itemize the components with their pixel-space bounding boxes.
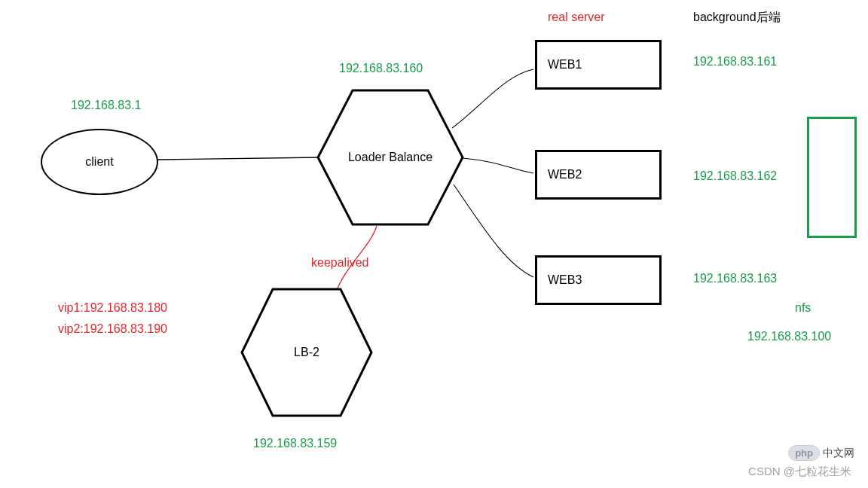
lb-label: Loader Balance (348, 151, 432, 164)
lb2-label: LB-2 (294, 346, 319, 359)
csdn-watermark: CSDN @七粒花生米 (748, 465, 851, 479)
real-server-header: real server (548, 11, 605, 24)
lb-node: Loader Balance (315, 87, 466, 227)
background-header: background后端 (693, 10, 781, 26)
web3-ip: 192.168.83.163 (693, 272, 777, 285)
vip1-label: vip1:192.168.83.180 (58, 301, 167, 315)
web2-ip: 192.168.83.162 (693, 169, 777, 183)
php-cn-text: 中文网 (823, 447, 854, 460)
web3-label: WEB3 (548, 273, 582, 287)
web3-node: WEB3 (535, 255, 662, 305)
client-node: client (41, 129, 158, 195)
vip2-label: vip2:192.168.83.190 (58, 322, 167, 336)
php-watermark: php 中文网 (788, 445, 854, 461)
client-ip-label: 192.168.83.1 (71, 99, 141, 112)
client-label: client (85, 155, 113, 169)
web1-node: WEB1 (535, 40, 662, 90)
connection-lines (0, 0, 868, 488)
diagram-stage: 192.168.83.1 client 192.168.83.160 Loade… (0, 0, 868, 488)
nfs-node (807, 117, 857, 238)
php-pill-icon: php (788, 445, 820, 461)
web2-node: WEB2 (535, 150, 662, 200)
nfs-ip: 192.168.83.100 (747, 330, 831, 343)
lb2-node: LB-2 (239, 286, 374, 419)
lb2-ip-label: 192.168.83.159 (253, 437, 337, 450)
web1-ip: 192.168.83.161 (693, 55, 777, 69)
keepalived-label: keepalived (311, 256, 369, 270)
svg-line-0 (157, 157, 319, 160)
nfs-label: nfs (795, 301, 811, 315)
web2-label: WEB2 (548, 168, 582, 181)
lb-ip-label: 192.168.83.160 (339, 62, 423, 75)
web1-label: WEB1 (548, 58, 582, 72)
